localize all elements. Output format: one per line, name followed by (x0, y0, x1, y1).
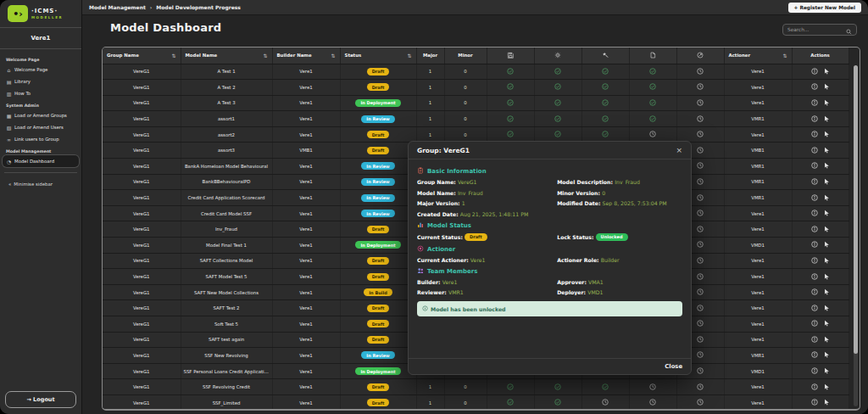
select-cursor-icon[interactable] (823, 115, 830, 123)
table-row[interactable]: VereG1SSF Revolving CreditVere1Draft10Ve… (103, 379, 849, 395)
sort-icon[interactable]: ⇅ (407, 53, 411, 59)
builder-name-cell: Vere1 (272, 80, 340, 96)
select-cursor-icon[interactable] (823, 320, 830, 327)
select-cursor-icon[interactable] (823, 210, 830, 217)
collapse-icon: « (8, 182, 11, 187)
table-row[interactable]: VereG1assort1Vere1In Review10VMR1 (103, 111, 849, 127)
close-icon[interactable]: × (676, 147, 682, 154)
info-icon[interactable] (811, 367, 818, 375)
info-icon[interactable] (811, 305, 818, 312)
logout-button[interactable]: → Logout (5, 391, 76, 408)
field-value: Sep 8, 2025, 7:53:04 PM (603, 200, 667, 206)
info-icon[interactable] (811, 383, 818, 391)
search-input[interactable]: Search... (782, 24, 857, 36)
group-name-cell: VereG1 (103, 300, 181, 316)
minimise-sidebar-button[interactable]: «Minimise sidebar (3, 178, 79, 190)
sidebar-item-how-to[interactable]: ▥How To (3, 87, 79, 99)
group-name-cell: VereG1 (103, 332, 181, 348)
status-cell: In Deployment (340, 363, 416, 379)
info-icon[interactable] (811, 336, 818, 344)
nav-section-label: Model Management (3, 145, 79, 155)
info-icon[interactable] (811, 68, 818, 76)
column-header-status[interactable]: Status⇅ (340, 48, 416, 64)
info-icon[interactable] (811, 241, 818, 249)
select-cursor-icon[interactable] (823, 383, 830, 391)
info-icon[interactable] (811, 273, 818, 281)
minor-cell: 0 (444, 111, 487, 127)
info-icon[interactable] (811, 83, 818, 91)
model-name-cell: SAFT Model Test 5 (181, 269, 272, 285)
select-cursor-icon[interactable] (823, 288, 830, 296)
sidebar-item-library[interactable]: ▤Library (3, 76, 79, 87)
column-header-group-name[interactable]: Group Name⇅ (103, 48, 181, 64)
table-row[interactable]: VereG1A Test 1Vere1Draft10Vere1 (103, 64, 849, 80)
column-header-builder-name[interactable]: Builder Name⇅ (272, 48, 340, 64)
scrollbar-thumb[interactable] (854, 65, 858, 354)
select-cursor-icon[interactable] (823, 68, 830, 76)
select-cursor-icon[interactable] (823, 99, 830, 107)
sort-icon[interactable]: ⇅ (331, 53, 335, 59)
status-cell: Draft (340, 332, 416, 348)
select-cursor-icon[interactable] (823, 131, 830, 138)
select-cursor-icon[interactable] (823, 399, 830, 406)
select-cursor-icon[interactable] (823, 178, 830, 186)
info-icon[interactable] (811, 226, 818, 233)
check-circle-icon (602, 70, 609, 76)
info-icon[interactable] (811, 320, 818, 327)
select-cursor-icon[interactable] (823, 367, 830, 375)
info-icon[interactable] (811, 178, 818, 186)
select-cursor-icon[interactable] (823, 194, 830, 202)
info-icon[interactable] (811, 351, 818, 359)
actioner-grid: Current Actioner: Vere1Actioner Role: Bu… (417, 257, 682, 263)
stage-complete-cell (487, 394, 534, 411)
sort-icon[interactable]: ⇅ (263, 53, 267, 59)
clock-icon (697, 118, 704, 123)
modal-field: Modified Date: Sep 8, 2025, 7:53:04 PM (557, 200, 682, 206)
breadcrumb-item[interactable]: Model Management (89, 4, 146, 10)
column-header-model-name[interactable]: Model Name⇅ (181, 48, 272, 64)
select-cursor-icon[interactable] (823, 351, 830, 359)
info-icon[interactable] (811, 115, 818, 123)
info-icon[interactable] (811, 210, 818, 217)
vertical-scrollbar[interactable] (854, 65, 858, 406)
sort-icon[interactable]: ⇅ (782, 53, 787, 59)
model-name-cell: SAFT New Model Collections (181, 284, 272, 300)
info-icon[interactable] (811, 131, 818, 138)
select-cursor-icon[interactable] (823, 241, 830, 249)
info-icon[interactable] (811, 257, 818, 265)
select-cursor-icon[interactable] (823, 336, 830, 344)
section-basic-information: Basic Information (417, 167, 682, 176)
select-cursor-icon[interactable] (823, 305, 830, 312)
sidebar-item-load-or-amend-users[interactable]: ▧Load or Amend Users (3, 121, 79, 133)
sidebar-item-model-dashboard[interactable]: ◔Model Dashboard (3, 155, 79, 167)
brand-logo: •› ·ICMS· MODELLER (0, 0, 81, 28)
info-icon[interactable] (811, 99, 818, 107)
sidebar-item-link-users-to-group[interactable]: ∞Link users to Group (3, 133, 79, 145)
info-icon[interactable] (811, 162, 818, 170)
clock-icon (697, 86, 704, 91)
model-name-cell: Credit Card Application Scorecard (181, 190, 272, 206)
sidebar-item-load-or-amend-groups[interactable]: ▦Load or Amend Groups (3, 109, 79, 121)
table-row[interactable]: VereG1SSF_LimitedVere1Draft10Vere1 (103, 394, 849, 411)
clock-icon (697, 386, 704, 391)
column-header-actioner[interactable]: Actioner⇅ (724, 48, 792, 64)
table-row[interactable]: VereG1A Test 2Vere1Draft10Vere1 (103, 80, 849, 96)
register-new-model-button[interactable]: + Register New Model (788, 3, 861, 13)
sidebar-item-welcome-page[interactable]: ⌂Welcome Page (3, 64, 79, 76)
table-row[interactable]: VereG1A Test 3Vere1In Deployment10Vere1 (103, 95, 849, 111)
info-icon[interactable] (811, 147, 818, 154)
select-cursor-icon[interactable] (823, 147, 830, 154)
status-cell: In Review (340, 205, 416, 221)
select-cursor-icon[interactable] (823, 83, 830, 91)
info-icon[interactable] (811, 399, 818, 406)
select-cursor-icon[interactable] (823, 162, 830, 170)
select-cursor-icon[interactable] (823, 273, 830, 281)
stage-pending-cell (676, 111, 724, 127)
check-circle-icon (507, 386, 514, 391)
close-button[interactable]: Close (665, 363, 682, 370)
select-cursor-icon[interactable] (823, 257, 830, 265)
info-icon[interactable] (811, 194, 818, 202)
sort-icon[interactable]: ⇅ (171, 53, 175, 59)
select-cursor-icon[interactable] (823, 226, 830, 233)
info-icon[interactable] (811, 288, 818, 296)
